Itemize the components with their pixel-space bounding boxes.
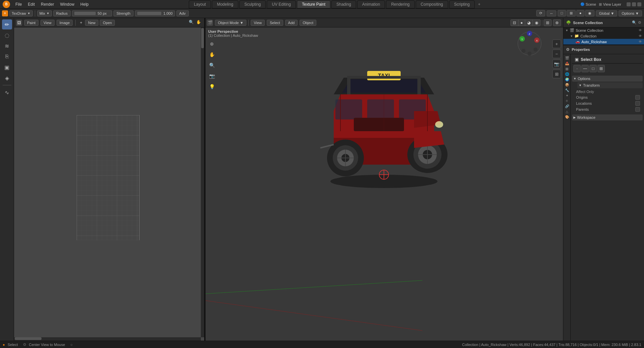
origins-checkbox[interactable] [635,95,640,100]
object-menu-btn[interactable]: Object [300,20,316,26]
hand-tool[interactable]: ✋ [208,50,216,59]
uv-scrollbar-h[interactable] [14,337,201,341]
add-workspace-button[interactable]: + [475,1,483,8]
prop-output-icon[interactable]: 📤 [565,61,569,66]
camera-tool[interactable]: 📷 [208,72,216,80]
view-menu-uv[interactable]: View [41,20,55,26]
select-mode-4[interactable]: ⊞ [597,65,605,72]
prop-particles-icon[interactable]: ✦ [565,93,569,98]
outliner-options[interactable]: ⚙ [638,20,641,25]
tool-smudge2[interactable]: ∿ [2,87,12,97]
window-close[interactable] [637,2,641,6]
select-mode-edge[interactable]: — [581,65,589,72]
rendered-btn[interactable]: ◉ [533,20,540,26]
prop-modifier-icon[interactable]: 🔧 [565,88,569,92]
gizmo-btn[interactable]: ⊕ [553,19,561,26]
viewport-content[interactable]: User Perspective (1) Collection | Auto_R… [205,27,563,341]
menu-edit[interactable]: Edit [25,1,37,7]
select-mode-face[interactable]: □ [589,65,597,72]
window-maximize[interactable] [632,2,636,6]
wireframe-btn[interactable]: ⊟ [511,20,518,26]
tab-modeling[interactable]: Modeling [212,0,238,8]
overlay-btn[interactable]: ⊞ [544,19,552,26]
sc-eye-rickshaw[interactable]: 👁 [639,40,642,44]
tab-shading[interactable]: Shading [331,0,356,8]
view-render[interactable]: ◉ [585,10,594,16]
prop-scene-icon[interactable]: 🌐 [565,72,569,76]
select-box-header[interactable]: ▣ Select Box [572,56,643,64]
outliner-filter[interactable]: 🔍 [632,20,637,25]
looksdev-btn[interactable]: ◕ [525,20,533,26]
view-solid[interactable]: □ [558,10,566,16]
uv-scrollbar-v[interactable] [201,27,204,337]
tool-clone[interactable]: ⎘ [2,52,12,62]
view-material[interactable]: ● [576,10,585,16]
scene-collection-row[interactable]: ▼ 🎬 Scene Collection 👁 [563,27,644,33]
tab-uv-editing[interactable]: UV Editing [267,0,296,8]
options-header[interactable]: ▼ Options [572,76,643,82]
mode-dropdown[interactable]: TexDraw ▼ [9,10,33,16]
menu-file[interactable]: File [13,1,24,7]
cursor-btn[interactable]: ↔ [547,10,556,16]
open-button[interactable]: Open [100,20,115,26]
menu-render[interactable]: Render [38,1,57,7]
menu-help[interactable]: Help [78,1,91,7]
panel-separator[interactable] [205,18,206,341]
image-menu[interactable]: Image [57,20,73,26]
locations-checkbox[interactable] [635,101,640,106]
nav-gizmo[interactable]: X Y Z [516,30,543,58]
tab-compositing[interactable]: Compositing [416,0,448,8]
add-menu-btn[interactable]: Add [285,20,298,26]
camera-persp-btn[interactable]: 📷 [552,60,561,68]
zoom-in-btn[interactable]: + [552,39,561,48]
sc-eye-root[interactable]: 👁 [639,28,642,32]
viewport-icon[interactable]: 🎬 [207,20,213,26]
paint-menu[interactable]: Paint [24,20,38,26]
uv-hand[interactable]: ✋ [196,20,202,26]
uv-sidebar-toggle[interactable]: 🔍 [189,20,195,26]
new-button[interactable]: New [85,20,98,26]
global-dropdown[interactable]: Global ▼ [596,10,617,16]
solid-btn[interactable]: ● [518,20,525,26]
zoom-out-btn[interactable]: − [552,50,561,58]
auto-rickshaw-row[interactable]: 🚗 Auto_Rickshaw 👁 [563,39,644,45]
sc-eye-collection[interactable]: 👁 [639,34,642,38]
tab-layout[interactable]: Layout [189,0,211,8]
radius-slider[interactable]: 50 px [72,10,112,16]
prop-world-icon[interactable]: 🌍 [565,77,569,82]
tool-smear[interactable]: ≋ [2,41,12,51]
tool-draw[interactable]: ✏ [2,19,12,29]
tool-soften[interactable]: ◌ [2,30,12,40]
blender-logo[interactable]: B [3,1,10,8]
new-icon[interactable]: + [78,20,84,25]
zoom-tool[interactable]: 🔍 [208,61,216,70]
menu-window[interactable]: Window [57,1,77,7]
advanced-button[interactable]: Adv [176,10,189,16]
prop-constraints-icon[interactable]: 🔗 [565,104,569,108]
tool-fill[interactable]: ▣ [2,62,12,72]
prop-data-icon[interactable]: △ [565,109,569,114]
tab-scripting[interactable]: Scripting [449,0,475,8]
prop-physics-icon[interactable]: ⚛ [565,98,569,103]
window-minimize[interactable] [627,2,631,6]
view-wire[interactable]: ⊞ [567,10,576,16]
parents-checkbox[interactable] [635,107,640,112]
lamp-tool[interactable]: 💡 [208,82,216,91]
tool-mask[interactable]: ◈ [2,73,12,83]
tab-texture-paint[interactable]: Texture Paint [297,0,330,8]
sync-btn[interactable]: ⟳ [536,10,545,16]
view-menu-btn[interactable]: View [251,20,265,26]
object-mode-dropdown[interactable]: Object Mode ▼ [215,20,246,26]
collection-row[interactable]: ▼ 📁 Collection 👁 [563,33,644,39]
prop-object-icon[interactable]: 📦 [565,82,569,87]
cursor-tool[interactable]: ⊕ [208,39,216,48]
tab-sculpting[interactable]: Sculpting [239,0,266,8]
prop-material-icon[interactable]: 🎨 [565,114,569,119]
tab-animation[interactable]: Animation [357,0,385,8]
blend-dropdown[interactable]: Mix ▼ [37,10,52,16]
workspace-header[interactable]: ▶ Workspace [572,114,643,120]
select-mode-vertex[interactable]: · [573,65,581,72]
strength-slider[interactable]: 1.000 [135,10,175,16]
prop-render-icon[interactable]: 🎬 [565,56,569,60]
tab-rendering[interactable]: Rendering [386,0,414,8]
